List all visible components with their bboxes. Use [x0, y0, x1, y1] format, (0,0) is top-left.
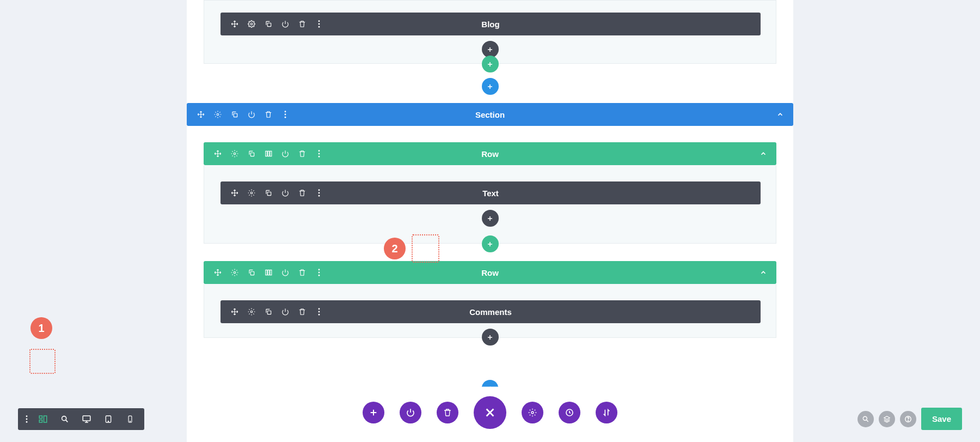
- duplicate-icon[interactable]: [230, 110, 239, 119]
- search-icon[interactable]: [857, 411, 874, 427]
- move-icon[interactable]: [213, 149, 222, 158]
- duplicate-icon[interactable]: [264, 307, 273, 316]
- power-button[interactable]: [400, 402, 421, 423]
- move-icon[interactable]: [230, 307, 239, 316]
- add-module-after-comments: [220, 329, 759, 337]
- svg-point-35: [318, 314, 320, 316]
- module-bar-comments[interactable]: Comments: [220, 300, 761, 323]
- add-module-button[interactable]: [482, 210, 499, 227]
- module-bar-blog[interactable]: Blog: [220, 13, 761, 35]
- svg-point-31: [250, 311, 253, 313]
- power-icon[interactable]: [281, 189, 290, 197]
- gear-icon[interactable]: [247, 189, 256, 197]
- trash-icon[interactable]: [298, 268, 307, 277]
- duplicate-icon[interactable]: [247, 149, 256, 158]
- trash-icon[interactable]: [298, 189, 307, 197]
- add-module-after-text: [220, 210, 759, 227]
- svg-point-9: [285, 117, 286, 118]
- gear-icon[interactable]: [247, 20, 256, 28]
- section-tools: [187, 110, 290, 119]
- more-icon[interactable]: [315, 189, 323, 197]
- add-module-button[interactable]: [482, 329, 499, 346]
- power-icon[interactable]: [281, 268, 290, 277]
- gear-icon[interactable]: [230, 268, 239, 277]
- trash-button[interactable]: [437, 402, 458, 423]
- settings-button[interactable]: [522, 402, 543, 423]
- svg-rect-25: [266, 270, 267, 275]
- svg-point-20: [318, 189, 320, 191]
- row-tools: [204, 268, 323, 277]
- phone-icon[interactable]: [119, 408, 141, 430]
- annotation-badge-2: 2: [384, 238, 406, 259]
- more-icon[interactable]: [315, 149, 323, 158]
- tablet-icon[interactable]: [97, 408, 119, 430]
- help-icon[interactable]: [900, 411, 916, 427]
- columns-icon[interactable]: [264, 149, 273, 158]
- power-icon[interactable]: [281, 20, 290, 28]
- svg-point-37: [26, 419, 28, 420]
- toolbar-more-icon[interactable]: [21, 408, 32, 430]
- add-row-button-highlighted[interactable]: [482, 235, 499, 252]
- move-icon[interactable]: [197, 110, 205, 119]
- svg-point-42: [62, 416, 66, 421]
- row-tools: [204, 149, 323, 158]
- save-button[interactable]: Save: [921, 408, 962, 430]
- power-icon[interactable]: [281, 307, 290, 316]
- svg-rect-27: [270, 270, 272, 275]
- columns-icon[interactable]: [264, 268, 273, 277]
- section-bar[interactable]: Section: [187, 103, 793, 126]
- gear-icon[interactable]: [247, 307, 256, 316]
- row-bar-2[interactable]: Row: [204, 261, 776, 284]
- desktop-icon[interactable]: [76, 408, 97, 430]
- svg-rect-11: [250, 153, 254, 156]
- move-icon[interactable]: [230, 20, 239, 28]
- svg-rect-1: [267, 23, 271, 26]
- chevron-up-icon[interactable]: [759, 149, 768, 158]
- add-button[interactable]: [363, 402, 384, 423]
- svg-point-34: [318, 311, 320, 313]
- svg-point-47: [130, 421, 131, 422]
- move-icon[interactable]: [230, 189, 239, 197]
- more-icon[interactable]: [315, 20, 323, 28]
- power-icon[interactable]: [281, 149, 290, 158]
- annotation-1-text: 1: [38, 322, 44, 335]
- svg-point-38: [26, 421, 28, 423]
- wireframe-view-icon[interactable]: [32, 408, 54, 430]
- annotation-2-highlight: [412, 234, 439, 263]
- gear-icon[interactable]: [230, 149, 239, 158]
- add-section-button-partial[interactable]: [482, 380, 499, 397]
- trash-icon[interactable]: [264, 110, 273, 119]
- svg-point-7: [285, 111, 286, 112]
- zoom-icon[interactable]: [54, 408, 76, 430]
- duplicate-icon[interactable]: [264, 189, 273, 197]
- row-bar-1[interactable]: Row: [204, 142, 776, 165]
- power-icon[interactable]: [247, 110, 256, 119]
- duplicate-icon[interactable]: [264, 20, 273, 28]
- add-row-button-wrap: [187, 56, 793, 72]
- add-section-button[interactable]: [482, 78, 499, 95]
- trash-icon[interactable]: [298, 307, 307, 316]
- more-icon[interactable]: [315, 307, 323, 316]
- svg-point-4: [318, 26, 320, 28]
- chevron-up-icon[interactable]: [776, 110, 785, 119]
- chevron-up-icon[interactable]: [759, 268, 768, 277]
- duplicate-icon[interactable]: [247, 268, 256, 277]
- svg-rect-6: [234, 113, 237, 117]
- module-bar-text[interactable]: Text: [220, 181, 761, 204]
- svg-point-3: [318, 23, 320, 25]
- trash-icon[interactable]: [298, 149, 307, 158]
- trash-icon[interactable]: [298, 20, 307, 28]
- move-icon[interactable]: [213, 268, 222, 277]
- gear-icon[interactable]: [213, 110, 222, 119]
- main-actions-toolbar: [363, 396, 617, 429]
- history-button[interactable]: [559, 402, 580, 423]
- layers-icon[interactable]: [879, 411, 895, 427]
- more-icon[interactable]: [315, 268, 323, 277]
- sort-button[interactable]: [596, 402, 617, 423]
- add-row-button[interactable]: [482, 56, 499, 72]
- svg-point-29: [318, 272, 320, 274]
- svg-rect-19: [267, 192, 271, 195]
- svg-rect-40: [39, 420, 42, 423]
- close-button[interactable]: [474, 396, 506, 429]
- more-icon[interactable]: [281, 110, 290, 119]
